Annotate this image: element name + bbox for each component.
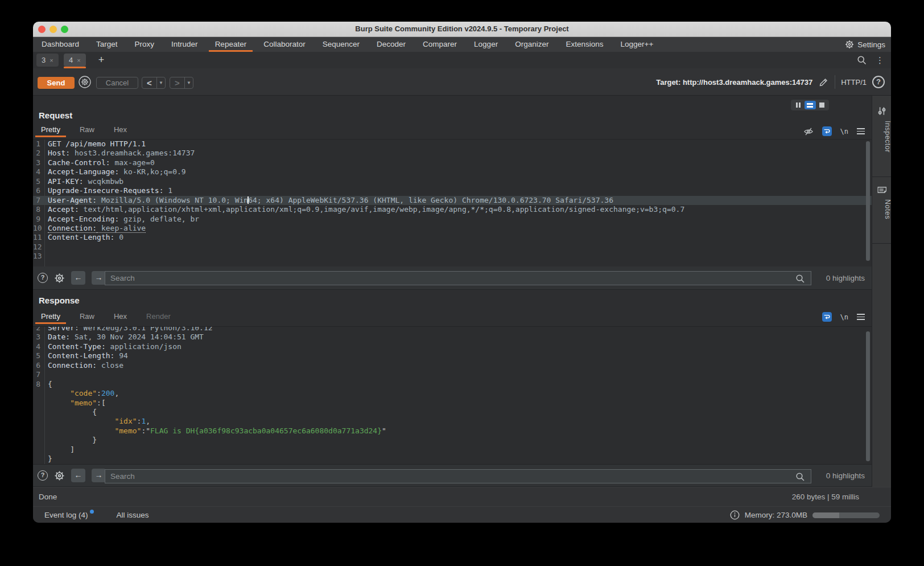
request-view-tabs: PrettyRawHex (35, 122, 141, 137)
rows-layout-button[interactable] (805, 101, 816, 109)
highlights-count: 0 highlights (826, 465, 865, 486)
cancel-button[interactable]: Cancel (96, 77, 138, 89)
menu-item-comparer[interactable]: Comparer (414, 37, 465, 52)
divider (835, 75, 835, 89)
code-line: "memo":"FLAG is DH{a036f98c93acba0a04657… (33, 426, 872, 436)
code-line: 13 (33, 252, 872, 261)
repeater-toolbar: Send Cancel < ▼ > ▼ (33, 68, 891, 96)
inspector-icon[interactable] (877, 106, 887, 116)
settings-button[interactable]: Settings (845, 40, 891, 49)
request-panel-title: Request (39, 110, 72, 120)
view-tab-render[interactable]: Render (141, 309, 176, 324)
new-tab-button[interactable]: + (94, 54, 108, 67)
forward-history-button[interactable]: > ▼ (170, 77, 193, 89)
show-newlines-icon[interactable]: \n (840, 313, 848, 321)
gear-icon (845, 40, 854, 49)
code-line: ] (33, 445, 872, 454)
notes-icon[interactable] (877, 184, 887, 195)
response-metrics: 260 bytes | 59 millis (792, 487, 859, 506)
menu-item-target[interactable]: Target (88, 37, 126, 52)
highlights-count: 0 highlights (826, 266, 865, 289)
search-input[interactable]: Search (105, 469, 811, 483)
inspector-tab[interactable]: Inspector (872, 121, 891, 153)
menu-item-logger[interactable]: Logger (465, 37, 506, 52)
menu-item-proxy[interactable]: Proxy (126, 37, 163, 52)
close-tab-icon[interactable]: × (50, 57, 53, 64)
soft-wrap-icon[interactable] (822, 312, 832, 322)
hide-nonprintable-icon[interactable] (803, 127, 814, 136)
send-button[interactable]: Send (38, 77, 75, 89)
search-icon[interactable] (857, 55, 867, 65)
code-line: 9Accept-Encoding: gzip, deflate, br (33, 215, 872, 224)
menu-item-organizer[interactable]: Organizer (506, 37, 557, 52)
next-match-button[interactable]: → (92, 271, 106, 285)
previous-match-button[interactable]: ← (71, 271, 85, 285)
search-help-icon[interactable]: ? (38, 470, 48, 481)
menu-item-logger[interactable]: Logger++ (612, 37, 662, 52)
menu-item-dashboard[interactable]: Dashboard (33, 37, 88, 52)
code-line: { (33, 408, 872, 417)
next-match-button[interactable]: → (92, 469, 106, 482)
response-editor[interactable]: 2Server: Werkzeug/3.0.1 Python/3.10.123D… (33, 326, 872, 465)
status-bar: Done 260 bytes | 59 millis (33, 487, 891, 506)
code-line: 6Connection: close (33, 361, 872, 370)
http-version-selector[interactable]: HTTP/1 (841, 78, 867, 87)
view-tab-pretty[interactable]: Pretty (35, 122, 66, 137)
chevron-down-icon[interactable]: ▼ (157, 80, 165, 85)
code-line: } (33, 436, 872, 445)
search-icon[interactable] (795, 274, 805, 284)
code-line: 6Upgrade-Insecure-Requests: 1 (33, 186, 872, 195)
footer-bar: Event log (4) All issues Memory: 273.0MB (33, 506, 891, 523)
menu-item-intruder[interactable]: Intruder (163, 37, 207, 52)
editor-menu-icon[interactable] (857, 314, 865, 320)
zoom-window-button[interactable] (61, 26, 68, 33)
code-line: "memo":[ (33, 399, 872, 408)
response-panel-title: Response (39, 296, 80, 305)
search-settings-gear-icon[interactable] (54, 470, 65, 481)
menu-item-extensions[interactable]: Extensions (557, 37, 612, 52)
editor-menu-icon[interactable] (857, 128, 865, 134)
back-history-button[interactable]: < ▼ (142, 77, 166, 89)
search-help-icon[interactable]: ? (38, 273, 48, 283)
code-line: 10Connection: keep-alive (33, 224, 872, 233)
send-settings-gear-icon[interactable] (79, 76, 91, 88)
menu-item-collaborator[interactable]: Collaborator (255, 37, 314, 52)
view-tab-raw[interactable]: Raw (74, 122, 100, 137)
previous-match-button[interactable]: ← (71, 469, 85, 482)
search-icon[interactable] (795, 472, 805, 482)
code-line: } (33, 454, 872, 464)
repeater-tab-bar: 3×4× + ⋮ (33, 52, 891, 68)
repeater-tab-4[interactable]: 4× (64, 54, 86, 67)
view-tab-pretty[interactable]: Pretty (35, 309, 66, 324)
code-line: 7User-Agent: Mozilla/5.0 (Windows NT 10.… (33, 196, 872, 205)
event-log-button[interactable]: Event log (4) (44, 511, 94, 519)
settings-label: Settings (857, 40, 885, 49)
chevron-down-icon[interactable]: ▼ (185, 80, 193, 85)
notes-tab[interactable]: Notes (872, 199, 891, 219)
close-window-button[interactable] (38, 26, 46, 33)
menu-item-sequencer[interactable]: Sequencer (314, 37, 368, 52)
request-editor[interactable]: 1GET /api/memo HTTP/1.12Host: host3.drea… (33, 139, 872, 266)
edit-target-pencil-icon[interactable] (818, 77, 829, 88)
view-tab-hex[interactable]: Hex (108, 309, 133, 324)
view-tab-raw[interactable]: Raw (74, 309, 100, 324)
pause-layout-button[interactable] (793, 101, 804, 109)
single-layout-button[interactable] (816, 101, 828, 109)
soft-wrap-icon[interactable] (822, 126, 832, 136)
more-options-icon[interactable]: ⋮ (876, 55, 884, 65)
menu-item-repeater[interactable]: Repeater (207, 37, 255, 52)
status-text: Done (39, 487, 57, 506)
show-newlines-icon[interactable]: \n (840, 128, 848, 136)
repeater-tab-3[interactable]: 3× (36, 54, 59, 67)
request-scrollbar[interactable] (866, 141, 870, 261)
view-tab-hex[interactable]: Hex (108, 122, 133, 137)
code-line: 8Accept: text/html,application/xhtml+xml… (33, 205, 872, 214)
close-tab-icon[interactable]: × (77, 57, 80, 64)
response-scrollbar[interactable] (866, 331, 870, 461)
minimize-window-button[interactable] (50, 26, 57, 33)
search-settings-gear-icon[interactable] (54, 273, 65, 284)
all-issues-button[interactable]: All issues (117, 511, 149, 519)
search-input[interactable]: Search (105, 271, 811, 285)
menu-item-decoder[interactable]: Decoder (368, 37, 414, 52)
help-icon[interactable]: ? (872, 76, 885, 88)
